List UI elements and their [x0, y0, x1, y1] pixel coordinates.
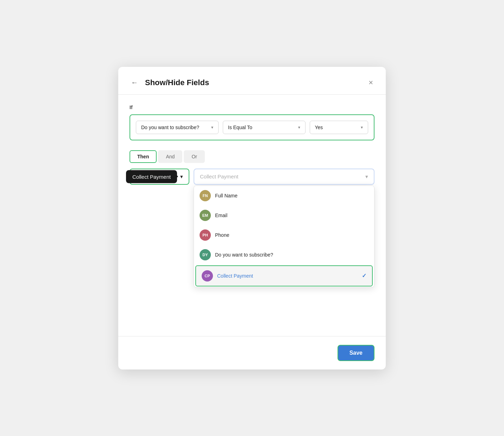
collect-payment-label: Collect Payment: [217, 273, 253, 279]
selected-check-icon: ✓: [362, 272, 366, 279]
dropdown-item-collect-payment[interactable]: CP Collect Payment ✓: [195, 265, 373, 286]
if-value-text: Yes: [315, 125, 323, 130]
dropdown-item-email[interactable]: EM Email: [194, 206, 374, 225]
fullname-label: Full Name: [215, 193, 238, 198]
then-section: Then And Or Collect Payment Show ▾ Colle…: [130, 150, 374, 185]
then-tabs: Then And Or: [130, 150, 374, 163]
tooltip-bubble: Collect Payment: [126, 170, 177, 183]
modal-header: ← Show/Hide Fields ×: [118, 67, 386, 94]
if-field-value: Do you want to subscribe?: [141, 125, 199, 130]
show-action-chevron-icon: ▾: [180, 173, 183, 180]
back-button[interactable]: ←: [130, 77, 139, 88]
field-select-placeholder: Collect Payment: [200, 173, 238, 179]
if-condition-row: Do you want to subscribe? ▾ Is Equal To …: [130, 114, 374, 140]
header-left: ← Show/Hide Fields: [130, 77, 209, 88]
avatar-phone: PH: [200, 229, 211, 241]
if-field-chevron-icon: ▾: [211, 125, 213, 130]
save-button[interactable]: Save: [338, 345, 374, 361]
field-select-dropdown[interactable]: Collect Payment ▾: [194, 169, 374, 185]
if-value-dropdown[interactable]: Yes ▾: [310, 121, 368, 134]
tab-and[interactable]: And: [158, 150, 182, 163]
modal-body: If Do you want to subscribe? ▾ Is Equal …: [118, 95, 386, 202]
phone-label: Phone: [215, 232, 229, 238]
modal-title: Show/Hide Fields: [145, 78, 209, 87]
avatar-fullname: FN: [200, 190, 211, 201]
if-field-dropdown[interactable]: Do you want to subscribe? ▾: [136, 121, 219, 134]
avatar-collect-payment: CP: [202, 270, 213, 282]
avatar-email: EM: [200, 210, 211, 221]
tab-or[interactable]: Or: [184, 150, 205, 163]
field-select-container: Collect Payment ▾ FN Full Name EM: [194, 169, 374, 185]
if-value-chevron-icon: ▾: [361, 125, 363, 130]
close-button[interactable]: ×: [367, 77, 374, 89]
if-label: If: [130, 105, 374, 110]
dropdown-item-subscribe[interactable]: DY Do you want to subscribe?: [194, 245, 374, 265]
modal-container: ← Show/Hide Fields × If Do you want to s…: [118, 67, 386, 369]
dropdown-item-fullname[interactable]: FN Full Name: [194, 186, 374, 206]
email-label: Email: [215, 213, 227, 218]
tab-then[interactable]: Then: [130, 150, 157, 163]
field-select-chevron-icon: ▾: [365, 173, 368, 180]
field-dropdown-list: FN Full Name EM Email PH Phone: [194, 185, 374, 287]
subscribe-label: Do you want to subscribe?: [215, 252, 273, 258]
if-operator-chevron-icon: ▾: [298, 125, 300, 130]
dropdown-item-phone[interactable]: PH Phone: [194, 225, 374, 245]
if-operator-value: Is Equal To: [228, 125, 252, 130]
avatar-subscribe: DY: [200, 249, 211, 260]
action-row: Collect Payment Show ▾ Collect Payment ▾…: [130, 169, 374, 185]
modal-footer: Save: [118, 336, 386, 369]
if-operator-dropdown[interactable]: Is Equal To ▾: [223, 121, 305, 134]
